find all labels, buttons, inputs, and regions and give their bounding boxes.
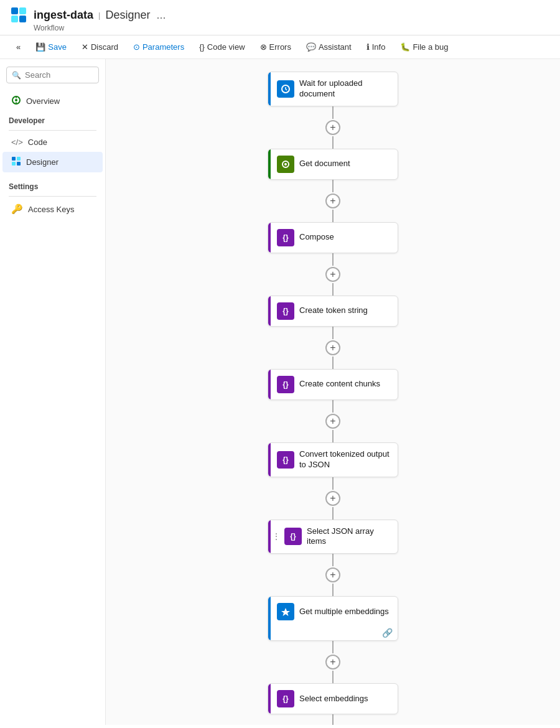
node-card-select-embeddings[interactable]: {} Select embeddings — [268, 683, 398, 714]
node-icon-token: {} — [277, 302, 294, 320]
node-icon-trigger — [277, 80, 294, 98]
node-header-token: {} Create token string — [268, 296, 398, 326]
flow-canvas: Wait for uploaded document + Get documen… — [106, 59, 560, 725]
errors-icon: ⊗ — [260, 42, 267, 52]
node-bar-green — [268, 149, 271, 179]
developer-section-label: Developer — [0, 114, 105, 128]
connector-1b — [332, 136, 334, 149]
code-view-button[interactable]: {} Code view — [193, 39, 251, 55]
node-card-embeddings[interactable]: Get multiple embeddings 🔗 — [268, 596, 398, 641]
developer-divider — [9, 130, 96, 131]
add-between-3-4[interactable]: + — [325, 267, 340, 282]
add-between-8-9[interactable]: + — [325, 655, 340, 670]
search-input[interactable] — [25, 70, 93, 80]
node-header-select-json: ⋮ {} Select JSON array items — [268, 520, 398, 554]
add-between-4-5[interactable]: + — [325, 340, 340, 355]
sidebar-item-designer[interactable]: Designer — [2, 152, 103, 172]
svg-point-14 — [284, 163, 287, 166]
connector-1 — [332, 106, 334, 119]
key-icon: 🔑 — [11, 203, 23, 215]
node-bar — [268, 72, 271, 106]
node-bar-select-embed — [268, 684, 271, 714]
svg-rect-9 — [17, 157, 21, 161]
collapse-icon: « — [16, 42, 21, 52]
sidebar: 🔍 Overview Developer </> Code — [0, 59, 106, 725]
code-icon: </> — [11, 138, 23, 147]
connector-2 — [332, 180, 334, 192]
node-icon-select-embed: {} — [277, 690, 294, 707]
node-card-chunks[interactable]: {} Create content chunks — [268, 369, 398, 400]
node-header: Wait for uploaded document — [268, 72, 398, 106]
errors-button[interactable]: ⊗ Errors — [254, 39, 297, 55]
app-title: ingest-data — [34, 9, 93, 22]
more-options-icon[interactable]: ... — [156, 9, 166, 22]
discard-button[interactable]: ✕ Discard — [75, 39, 124, 55]
add-between-7-8[interactable]: + — [325, 567, 340, 582]
node-footer-embeddings: 🔗 — [268, 627, 398, 640]
flow-node-select-embeddings: {} Select embeddings — [268, 683, 398, 714]
sidebar-item-access-keys[interactable]: 🔑 Access Keys — [2, 199, 103, 219]
node-card-convert[interactable]: {} Convert tokenized output to JSON — [268, 442, 398, 477]
connector-4b — [332, 357, 334, 369]
node-bar-chunks — [268, 370, 271, 399]
workflow-label: Workflow — [34, 24, 560, 32]
node-icon-compose: {} — [277, 229, 294, 246]
flow-node-get-document: Get document — [268, 149, 398, 180]
code-label: Code — [28, 138, 47, 147]
add-between-1-2[interactable]: + — [325, 120, 340, 135]
layout: 🔍 Overview Developer </> Code — [0, 59, 560, 725]
connector-6 — [332, 477, 334, 490]
node-card-compose[interactable]: {} Compose — [268, 222, 398, 253]
add-between-5-6[interactable]: + — [325, 414, 340, 429]
flow-node-compose: {} Compose — [268, 222, 398, 253]
node-bar-convert — [268, 443, 271, 477]
search-container: 🔍 — [6, 67, 99, 83]
node-title-chunks: Create content chunks — [299, 379, 380, 390]
connector-5 — [332, 400, 334, 413]
info-icon: ℹ — [366, 42, 370, 52]
parameters-button[interactable]: ⊙ Parameters — [127, 39, 190, 55]
node-menu-icon[interactable]: ⋮ — [272, 531, 281, 541]
info-button[interactable]: ℹ Info — [360, 39, 392, 55]
parameters-icon: ⊙ — [133, 42, 140, 52]
node-bar-token — [268, 296, 271, 326]
node-card-create-token[interactable]: {} Create token string — [268, 296, 398, 327]
connector-6b — [332, 507, 334, 520]
overview-icon — [11, 95, 21, 107]
connector-4 — [332, 327, 334, 339]
toolbar: « 💾 Save ✕ Discard ⊙ Parameters {} Code … — [0, 35, 560, 59]
save-button[interactable]: 💾 Save — [29, 39, 73, 55]
app-logo-icon — [10, 6, 27, 24]
node-card-wait-uploaded-document[interactable]: Wait for uploaded document — [268, 72, 398, 106]
node-header-compose: {} Compose — [268, 223, 398, 253]
flow-node-get-embeddings: Get multiple embeddings 🔗 — [268, 596, 398, 641]
sidebar-item-overview[interactable]: Overview — [2, 91, 103, 111]
sidebar-item-code[interactable]: </> Code — [2, 133, 103, 151]
svg-rect-0 — [11, 7, 18, 14]
node-card-get-document[interactable]: Get document — [268, 149, 398, 180]
assistant-button[interactable]: 💬 Assistant — [300, 39, 358, 55]
node-icon-embeddings — [277, 603, 294, 620]
node-header-embeddings: Get multiple embeddings — [268, 597, 398, 627]
node-header-chunks: {} Create content chunks — [268, 370, 398, 399]
node-icon-chunks: {} — [277, 376, 294, 393]
connector-2b — [332, 210, 334, 222]
bug-icon: 🐛 — [400, 42, 410, 52]
flow-node-wait-uploaded-document: Wait for uploaded document — [268, 72, 398, 106]
node-icon-convert: {} — [277, 451, 294, 469]
add-between-6-7[interactable]: + — [325, 491, 340, 506]
svg-rect-3 — [19, 16, 26, 22]
add-between-2-3[interactable]: + — [325, 194, 340, 208]
header: ingest-data | Designer ... Workflow — [0, 0, 560, 35]
file-bug-button[interactable]: 🐛 File a bug — [394, 39, 454, 55]
node-card-select-json[interactable]: ⋮ {} Select JSON array items — [268, 520, 398, 554]
overview-label: Overview — [26, 96, 60, 106]
flow-node-select-json-array: ⋮ {} Select JSON array items — [268, 520, 398, 554]
node-title-embeddings: Get multiple embeddings — [299, 607, 389, 617]
designer-icon — [11, 156, 21, 168]
flow-node-convert-tokenized: {} Convert tokenized output to JSON — [268, 442, 398, 477]
collapse-sidebar-button[interactable]: « — [10, 39, 27, 55]
connector-7b — [332, 584, 334, 596]
connector-5b — [332, 430, 334, 442]
access-keys-label: Access Keys — [28, 205, 74, 214]
